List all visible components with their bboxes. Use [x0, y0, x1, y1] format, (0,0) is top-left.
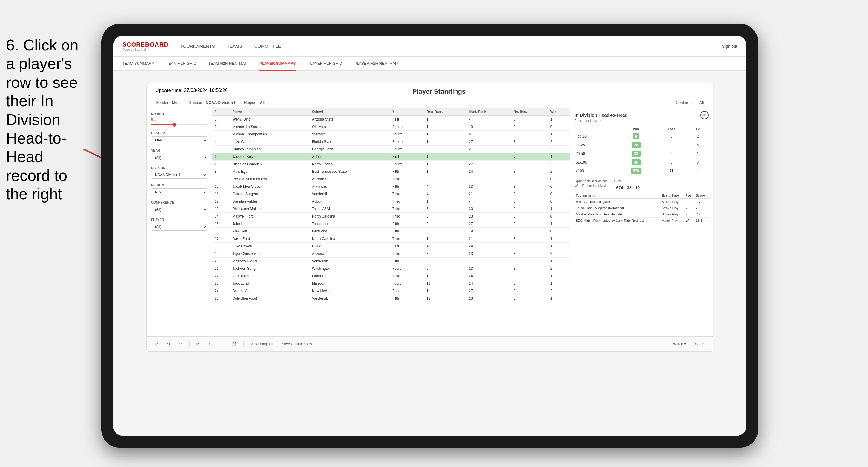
table-row[interactable]: 13 Phichaksn Maichon Texas A&M Third 6 3… [212, 205, 570, 213]
cell-conf-rank: 27 [467, 220, 511, 228]
cell-win: 2 [548, 265, 570, 273]
table-row[interactable]: 15 Jake Hall Tennessee Fifth 3 27 8 1 [212, 220, 570, 228]
cell-no-rds: 8 [511, 160, 548, 168]
col-player: Player [230, 108, 310, 116]
h2h-range: >100 [575, 167, 616, 176]
tab-team-h2h-heatmap[interactable]: TEAM H2H HEATMAP [208, 57, 247, 71]
toolbar-add[interactable]: ⊕ [206, 341, 214, 347]
table-row[interactable]: 3 Michael Thorbjornsen Stanford Fourth 1… [212, 131, 570, 138]
cell-reg-rank: 4 [424, 243, 467, 250]
h2h-table: Win Loss Tie Top 10 8 3 2 11-25 20 9 5 2… [575, 126, 709, 176]
region-label: Region: [244, 100, 257, 105]
table-row[interactable]: 21 Taehoon Song Washington Fourth 6 23 8… [212, 265, 570, 273]
no-rds-label: No Rds. [151, 113, 208, 116]
conference-filter-group: Conference (All) [151, 200, 208, 213]
table-row[interactable]: 23 Jack Lundin Missouri Fourth 11 24 8 1 [212, 280, 570, 287]
tab-team-summary[interactable]: TEAM SUMMARY [122, 57, 154, 71]
wl-value: 674 - 33 - 12 [616, 185, 640, 190]
cell-no-rds: 8 [511, 273, 548, 280]
cell-yr: First [390, 116, 424, 123]
cell-player: Jack Lundin [230, 280, 310, 287]
table-row[interactable]: 7 Nicholas Gabrelcik North Florida Fourt… [212, 160, 570, 168]
cell-player: Nicholas Gabrelcik [230, 160, 310, 168]
table-row[interactable]: 18 Luke Powell UCLA First 4 24 8 1 [212, 243, 570, 250]
table-row[interactable]: 22 Ian Gilligan Florida Third 10 24 8 1 [212, 273, 570, 280]
table-row[interactable]: 12 Brendan Valdes Auburn Third 1 - 8 0 [212, 198, 570, 205]
toolbar-undo[interactable]: ↩ [153, 341, 160, 347]
h2h-close-button[interactable]: × [700, 111, 709, 119]
h2h-loss-cell: 4 [656, 150, 687, 158]
cell-rank: 19 [212, 250, 230, 257]
nav-committee[interactable]: COMMITTEE [254, 42, 281, 50]
cell-conf-rank: 27 [467, 287, 511, 295]
tab-player-h2h-grid[interactable]: PLAYER H2H GRID [308, 57, 342, 71]
table-row[interactable]: 8 Mats Ege East Tennessee State Fifth 1 … [212, 168, 570, 176]
toolbar-share[interactable]: Share [693, 341, 707, 347]
region-select[interactable]: N/A [151, 188, 208, 196]
tab-player-summary[interactable]: PLAYER SUMMARY [259, 57, 296, 71]
toolbar-refresh[interactable]: ⟳ [177, 341, 185, 347]
player-select[interactable]: (All) [151, 223, 208, 231]
nav-teams[interactable]: TEAMS [227, 42, 242, 50]
cell-yr: Fourth [390, 146, 424, 153]
cell-no-rds: 8 [511, 265, 548, 273]
table-row[interactable]: 25 Cole Sherwood Vanderbilt Fifth 12 23 … [212, 295, 570, 302]
table-row[interactable]: 6 Jackson Koivun Auburn First 1 - 7 1 [212, 153, 570, 160]
tournament-score: -17 [694, 199, 709, 205]
sign-out-link[interactable]: Sign out [722, 44, 737, 49]
player-filter-group: Player (All) [151, 218, 208, 231]
cell-conf-rank: - [467, 198, 511, 205]
cell-no-rds: 8 [511, 220, 548, 228]
tab-team-h2h-grid[interactable]: TEAM H2H GRID [166, 57, 196, 71]
cell-rank: 24 [212, 287, 230, 295]
cell-yr: Fourth [390, 265, 424, 273]
cell-win: 2 [548, 287, 570, 295]
toolbar-redo[interactable]: ↪ [165, 341, 173, 347]
gender-select[interactable]: Men [151, 136, 208, 144]
filter-region: Region: All [244, 100, 265, 105]
table-row[interactable]: 2 Michael La Sasse Ole Miss Second 1 19 … [212, 123, 570, 131]
toolbar-watch[interactable]: Watch ▾ [671, 341, 688, 347]
table-row[interactable]: 20 Matthew Riedel Vanderbilt Fifth 5 - 8… [212, 257, 570, 265]
toolbar-save-custom[interactable]: Save Custom View [279, 341, 314, 347]
h2h-player-name: Jackson Koivun [575, 119, 628, 123]
no-rds-slider[interactable] [151, 123, 208, 127]
cell-rank: 1 [212, 116, 230, 123]
table-row[interactable]: 24 Bastian Amat New Mexico Fourth 1 27 8… [212, 287, 570, 295]
toolbar-right: Watch ▾ Share [671, 341, 707, 347]
cell-win: 0 [548, 228, 570, 235]
cell-rank: 22 [212, 273, 230, 280]
tab-player-h2h-heatmap[interactable]: PLAYER H2H HEATMAP [354, 57, 398, 71]
col-reg-rank: Reg. Rank [424, 108, 467, 116]
col-no-rds: No. Rds. [511, 108, 548, 116]
table-row[interactable]: 11 Gordon Sargent Vanderbilt Third 4 21 … [212, 190, 570, 198]
toolbar-clock[interactable]: ⏰ [229, 341, 239, 347]
table-row[interactable]: 5 Christo Lamprecht Georgia Tech Fourth … [212, 146, 570, 153]
player-filter-label: Player [151, 218, 208, 221]
cell-player: Gordon Sargent [230, 190, 310, 198]
table-row[interactable]: 4 Luke Claton Florida State Second 1 27 … [212, 138, 570, 146]
table-row[interactable]: 17 David Ford North Carolina Third 1 21 … [212, 235, 570, 243]
conference-select[interactable]: (All) [151, 206, 208, 213]
cell-win: 2 [548, 146, 570, 153]
cell-player: Jackson Koivun [230, 153, 310, 160]
nav-tournaments[interactable]: TOURNAMENTS [180, 42, 215, 50]
filter-division: Division: NCAA Division I [189, 100, 235, 105]
toolbar-down[interactable]: ↓ [218, 341, 225, 347]
h2h-row: 51-100 46 6 3 [575, 158, 709, 167]
table-row[interactable]: 1 Wenyi Ding Arizona State First 1 - 8 1 [212, 116, 570, 123]
h2h-loss-cell: 3 [656, 132, 687, 141]
toolbar-view-original[interactable]: View: Original [248, 341, 275, 347]
division-select[interactable]: NCAA Division I [151, 171, 208, 179]
table-row[interactable]: 9 Preston Summerhays Arizona State Third… [212, 176, 570, 183]
cell-win: 0 [548, 190, 570, 198]
cell-school: North Carolina [310, 235, 390, 243]
table-row[interactable]: 19 Tiger Christensen Arizona Third 8 23 … [212, 250, 570, 257]
table-row[interactable]: 14 Maxwell Ford North Carolina Third 3 2… [212, 213, 570, 220]
tournament-name: SEC Match Play hosted by Jerry Pate Roun… [575, 218, 660, 224]
table-row[interactable]: 16 Alex Goff Kentucky Fifth 8 19 8 0 [212, 228, 570, 235]
year-select[interactable]: (All) [151, 154, 208, 161]
toolbar-cut[interactable]: ✂ [194, 341, 202, 347]
h2h-range: 26-50 [575, 150, 616, 158]
table-row[interactable]: 10 Jacob Mou Olesen Arkansas Fifth 4 23 … [212, 183, 570, 190]
